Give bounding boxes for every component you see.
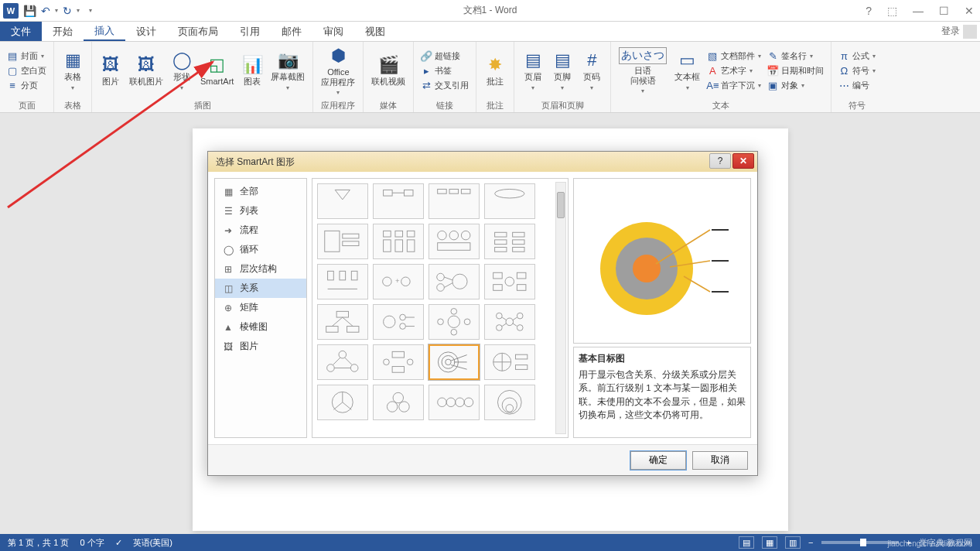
number-button[interactable]: ⋯编号: [836, 79, 878, 92]
datetime-button[interactable]: 📅日期和时间: [765, 64, 826, 77]
bookmark-button[interactable]: ▸书签: [418, 64, 471, 77]
status-page[interactable]: 第 1 页，共 1 页: [8, 537, 69, 549]
pagenum-button[interactable]: #页码▾: [578, 49, 606, 92]
grid-scrollbar[interactable]: [555, 182, 566, 434]
smartart-thumb[interactable]: [373, 183, 424, 219]
cat-hierarchy[interactable]: ⊞层次结构: [215, 259, 306, 279]
svg-point-104: [633, 255, 661, 282]
help-button[interactable]: ?: [862, 5, 875, 17]
smartart-thumb[interactable]: [373, 344, 424, 380]
status-language[interactable]: 英语(美国): [133, 537, 172, 549]
qat-redo[interactable]: ↻: [63, 5, 72, 17]
svg-point-78: [442, 356, 455, 369]
qat-save[interactable]: 💾: [23, 5, 36, 17]
comment-button[interactable]: ✸批注: [481, 53, 509, 88]
category-list: ▦全部 ☰列表 ➜流程 ◯循环 ⊞层次结构 ◫关系 ⊕矩阵 ▲棱锥图 🖼图片: [214, 178, 307, 438]
office-apps-button[interactable]: ⬢Office 应用程序▾: [318, 44, 358, 98]
cat-picture[interactable]: 🖼图片: [215, 337, 306, 356]
view-web-icon[interactable]: ▥: [785, 536, 801, 549]
cat-matrix[interactable]: ⊕矩阵: [215, 298, 306, 317]
hyperlink-button[interactable]: 🔗超链接: [418, 50, 471, 63]
smartart-thumb[interactable]: [484, 385, 535, 420]
header-button[interactable]: ▤页眉▾: [519, 49, 547, 92]
smartart-thumb[interactable]: [484, 183, 535, 219]
status-words[interactable]: 0 个字: [80, 537, 104, 549]
titlebar: W 💾 ↶ ▾ ↻ ▾ ▾ 文档1 - Word ? ⬚ — ☐ ✕: [0, 0, 980, 22]
smartart-thumb[interactable]: [484, 264, 535, 299]
group-label: 应用程序: [313, 100, 363, 112]
smartart-thumb-selected[interactable]: [429, 344, 480, 380]
smartart-thumb[interactable]: [317, 304, 368, 340]
smartart-thumb[interactable]: [484, 344, 535, 380]
greeting-button[interactable]: あいさつ日语 问候语▾: [616, 46, 670, 96]
smartart-thumb[interactable]: [317, 183, 368, 219]
qat-customize[interactable]: ▾: [89, 7, 92, 14]
crossref-button[interactable]: ⇄交叉引用: [418, 79, 471, 92]
smartart-thumb[interactable]: [484, 304, 535, 340]
symbol-button[interactable]: Ω符号▾: [836, 64, 878, 77]
online-video-button[interactable]: 🎬联机视频: [368, 53, 408, 88]
smartart-thumb[interactable]: [317, 385, 368, 420]
smartart-thumb[interactable]: [429, 224, 480, 259]
cat-list[interactable]: ☰列表: [215, 201, 306, 221]
statusbar: 第 1 页，共 1 页 0 个字 ✓ 英语(美国) ▤ ▦ ▥ − + 誉字典 …: [0, 534, 980, 551]
smartart-thumb[interactable]: [429, 183, 480, 219]
smartart-thumb[interactable]: +: [373, 264, 424, 299]
object-button[interactable]: ▣对象▾: [765, 79, 826, 92]
view-print-icon[interactable]: ▦: [762, 536, 777, 549]
tab-layout[interactable]: 页面布局: [167, 22, 229, 41]
qat-undo[interactable]: ↶: [41, 5, 50, 17]
wordart-button[interactable]: A艺术字▾: [705, 64, 763, 77]
smartart-thumb[interactable]: [484, 224, 535, 259]
cat-cycle[interactable]: ◯循环: [215, 240, 306, 259]
dialog-help-button[interactable]: ?: [709, 153, 731, 169]
view-read-icon[interactable]: ▤: [739, 536, 754, 549]
dialog-close-button[interactable]: ✕: [732, 153, 754, 169]
smartart-thumb[interactable]: [429, 385, 480, 420]
smartart-thumb[interactable]: [317, 264, 368, 299]
cat-all[interactable]: ▦全部: [215, 182, 306, 201]
textbox-button[interactable]: ▭文本框▾: [671, 49, 703, 92]
tab-design[interactable]: 设计: [125, 22, 167, 41]
tab-references[interactable]: 引用: [229, 22, 271, 41]
cat-process[interactable]: ➜流程: [215, 221, 306, 240]
tab-file[interactable]: 文件: [0, 22, 42, 41]
tab-review[interactable]: 审阅: [312, 22, 354, 41]
smartart-thumb[interactable]: [373, 304, 424, 340]
login-link[interactable]: 登录: [941, 25, 977, 39]
chart-button[interactable]: 📊图表: [238, 53, 266, 88]
equation-button[interactable]: π公式▾: [836, 50, 878, 63]
svg-rect-27: [340, 272, 346, 281]
cat-relationship[interactable]: ◫关系: [215, 279, 306, 298]
annotation-arrow: [0, 45, 240, 217]
svg-rect-87: [516, 365, 528, 370]
smartart-thumb[interactable]: [429, 304, 480, 340]
tab-view[interactable]: 视图: [354, 22, 396, 41]
cancel-button[interactable]: 取消: [692, 451, 748, 470]
footer-button[interactable]: ▤页脚▾: [548, 49, 576, 92]
ribbon-options-button[interactable]: ⬚: [884, 5, 900, 17]
tab-insert[interactable]: 插入: [84, 22, 125, 41]
smartart-thumb[interactable]: [373, 224, 424, 259]
smartart-thumb[interactable]: [373, 385, 424, 420]
zoom-out[interactable]: −: [808, 538, 813, 547]
close-button[interactable]: ✕: [961, 5, 977, 17]
doc-parts-button[interactable]: ▧文档部件▾: [705, 50, 763, 63]
dropcap-button[interactable]: A≡首字下沉▾: [705, 79, 763, 92]
ribbon-tabs: 文件 开始 插入 设计 页面布局 引用 邮件 审阅 视图 登录: [0, 22, 980, 42]
qat-redo-dropdown[interactable]: ▾: [77, 7, 80, 14]
screenshot-button[interactable]: 📷屏幕截图▾: [268, 49, 308, 92]
smartart-thumb[interactable]: [429, 264, 480, 299]
spellcheck-icon[interactable]: ✓: [115, 538, 122, 548]
maximize-button[interactable]: ☐: [936, 5, 952, 17]
svg-rect-14: [395, 240, 403, 252]
smartart-thumb[interactable]: [317, 344, 368, 380]
tab-home[interactable]: 开始: [42, 22, 84, 41]
ok-button[interactable]: 确定: [630, 451, 686, 470]
smartart-thumb[interactable]: [317, 224, 368, 259]
qat-undo-dropdown[interactable]: ▾: [55, 7, 58, 14]
signature-button[interactable]: ✎签名行▾: [765, 50, 826, 63]
tab-mailings[interactable]: 邮件: [271, 22, 312, 41]
cat-pyramid[interactable]: ▲棱锥图: [215, 317, 306, 337]
minimize-button[interactable]: —: [910, 5, 927, 17]
